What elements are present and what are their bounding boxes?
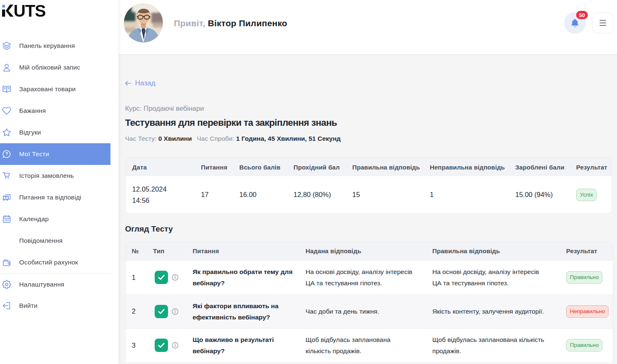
- svg-text:UTS: UTS: [14, 4, 46, 20]
